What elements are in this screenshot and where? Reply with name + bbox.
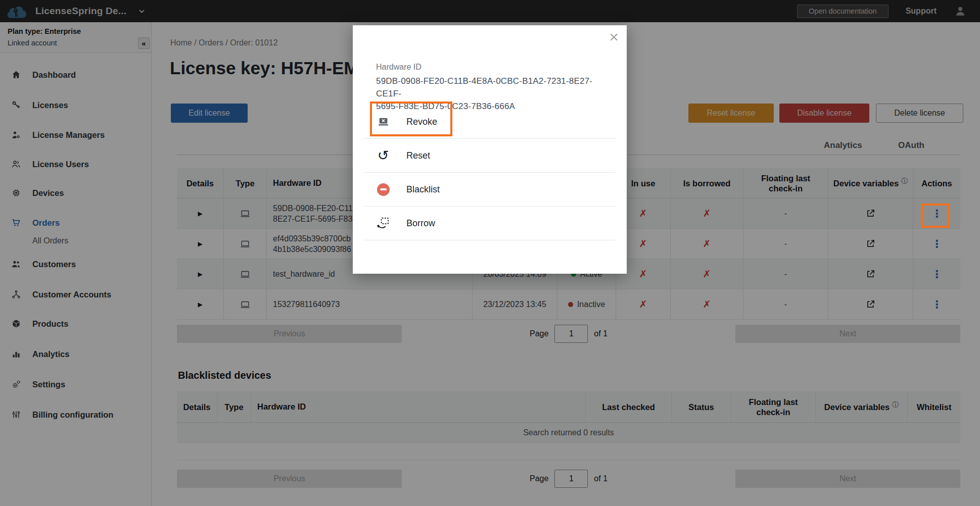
app: LicenseSpring De... Open documentation S… — [0, 0, 980, 506]
hardware-id-label: Hardware ID — [376, 63, 422, 72]
blacklist-menu-item[interactable]: Blacklist — [364, 173, 616, 207]
borrow-menu-item[interactable]: Borrow — [364, 207, 616, 240]
menu-item-label: Blacklist — [406, 184, 440, 195]
reset-arrow-glyph: ↺ — [378, 149, 389, 163]
revoke-icon — [376, 115, 390, 129]
hardware-id-line: 59DB-0908-FE20-C11B-4E8A-0CBC-B1A2-7231-… — [376, 75, 609, 100]
device-actions-menu: Revoke ↺ Reset Blacklist Borrow — [364, 105, 616, 240]
menu-item-label: Borrow — [406, 218, 435, 229]
device-actions-modal: × Hardware ID 59DB-0908-FE20-C11B-4E8A-0… — [353, 25, 627, 274]
borrow-icon — [376, 216, 390, 230]
blacklist-icon — [376, 182, 390, 196]
revoke-menu-item[interactable]: Revoke — [364, 105, 616, 139]
reset-menu-item[interactable]: ↺ Reset — [364, 139, 616, 173]
reset-icon: ↺ — [376, 148, 390, 163]
menu-item-label: Revoke — [406, 117, 437, 127]
menu-item-label: Reset — [406, 150, 430, 161]
close-icon[interactable]: × — [606, 25, 622, 48]
